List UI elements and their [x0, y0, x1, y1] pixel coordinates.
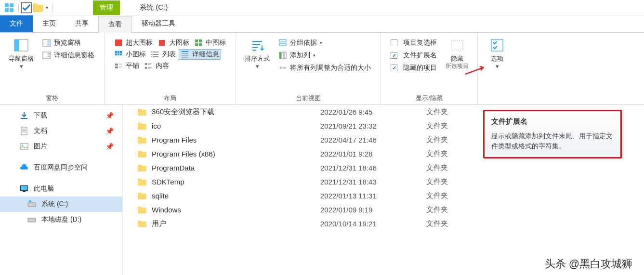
- sort-icon: [250, 38, 265, 53]
- layout-tiles[interactable]: 平铺: [112, 61, 141, 71]
- baidu-cloud-icon: [19, 163, 29, 172]
- qat-folder-icon[interactable]: [32, 2, 44, 13]
- svg-rect-71: [138, 137, 142, 139]
- drive-icon: [27, 199, 37, 209]
- file-name: ProgramData: [152, 164, 320, 172]
- nav-d-drive[interactable]: 本地磁盘 (D:): [0, 212, 122, 227]
- svg-rect-61: [21, 186, 27, 190]
- file-extensions-toggle[interactable]: 文件扩展名: [389, 50, 439, 61]
- separator: [52, 3, 53, 13]
- file-type: 文件夹: [426, 163, 448, 172]
- file-name: 360安全浏览器下载: [152, 107, 320, 117]
- svg-rect-6: [33, 3, 38, 6]
- svg-rect-48: [279, 43, 286, 46]
- svg-rect-1: [10, 3, 13, 7]
- file-date: 2022/01/09 9:19: [320, 206, 426, 214]
- tab-home[interactable]: 主页: [33, 15, 66, 32]
- folder-icon: [137, 150, 147, 158]
- group-label-layout: 布局: [109, 93, 231, 105]
- layout-large[interactable]: 大图标: [156, 38, 191, 48]
- svg-rect-20: [199, 43, 202, 46]
- navigation-pane-button[interactable]: 导航窗格 ▾: [5, 36, 38, 72]
- group-label-panes: 窗格: [5, 93, 99, 105]
- downloads-icon: [19, 111, 29, 120]
- file-row[interactable]: ProgramData2021/12/31 18:46文件夹: [123, 161, 644, 175]
- sort-by-button[interactable]: 排序方式 ▾: [241, 36, 274, 72]
- layout-medium[interactable]: 中图标: [192, 38, 228, 48]
- file-row[interactable]: 用户2020/10/14 19:21文件夹: [123, 217, 644, 231]
- add-columns-button[interactable]: 添加列▾: [276, 50, 373, 61]
- details-pane-button[interactable]: 详细信息窗格: [40, 50, 96, 61]
- titlebar: ▾ 管理 系统 (C:): [0, 0, 644, 15]
- file-type: 文件夹: [426, 135, 448, 144]
- details-icon: [181, 50, 189, 59]
- file-date: 2022/01/13 11:31: [320, 192, 426, 200]
- nav-c-drive[interactable]: 系统 (C:): [0, 196, 122, 212]
- svg-rect-49: [279, 52, 281, 59]
- file-name: sqlite: [152, 192, 320, 200]
- layout-small[interactable]: 小图标: [112, 49, 148, 60]
- file-date: 2022/04/17 21:46: [320, 136, 426, 144]
- size-columns-button[interactable]: 将所有列调整为合适的大小: [276, 63, 373, 73]
- svg-rect-5: [33, 5, 43, 12]
- file-row[interactable]: SDKTemp2021/12/31 18:43文件夹: [123, 175, 644, 189]
- svg-rect-65: [28, 218, 36, 222]
- pin-icon: 📌: [105, 112, 114, 119]
- this-pc-icon: [19, 184, 29, 194]
- svg-rect-58: [20, 144, 28, 149]
- svg-rect-44: [145, 67, 147, 69]
- svg-rect-53: [491, 39, 503, 51]
- nav-documents[interactable]: 文档📌: [0, 123, 122, 139]
- group-by-button[interactable]: 分组依据▾: [276, 38, 373, 48]
- file-date: 2021/12/31 18:43: [320, 178, 426, 186]
- watermark: 头杀 @黑白攻城狮: [545, 257, 632, 271]
- group-label-current-view: 当前视图: [241, 93, 376, 105]
- nav-this-pc[interactable]: 此电脑: [0, 181, 122, 196]
- annotation-arrow: [464, 65, 487, 76]
- file-name: SDKTemp: [152, 178, 320, 186]
- layout-details[interactable]: 详细信息: [179, 49, 221, 60]
- content-icon: [144, 62, 153, 70]
- nav-pictures[interactable]: 图片📌: [0, 139, 122, 154]
- contextual-tab-manage[interactable]: 管理: [93, 0, 120, 15]
- file-name: ico: [152, 122, 320, 130]
- file-row[interactable]: sqlite2022/01/13 11:31文件夹: [123, 189, 644, 203]
- tab-share[interactable]: 共享: [66, 15, 98, 32]
- svg-rect-11: [43, 52, 51, 59]
- layout-content[interactable]: 内容: [142, 61, 171, 71]
- svg-rect-38: [115, 66, 118, 68]
- nav-baidu-sync[interactable]: 百度网盘同步空间: [0, 160, 122, 175]
- svg-rect-22: [118, 51, 119, 53]
- layout-extra-large[interactable]: 超大图标: [112, 38, 155, 48]
- drive-icon: [27, 215, 37, 224]
- ribbon: 导航窗格 ▾ 预览窗格 详细信息窗格 窗格 超大图标 大图标 中图标 小图标 列…: [0, 33, 644, 105]
- tab-file[interactable]: 文件: [0, 15, 33, 32]
- folder-icon: [137, 192, 147, 200]
- checkbox-checked-icon: [391, 65, 397, 71]
- svg-point-32: [151, 56, 152, 57]
- checkbox-unchecked-icon: [391, 39, 397, 46]
- nav-downloads[interactable]: 下载📌: [0, 108, 122, 123]
- svg-rect-16: [159, 40, 165, 46]
- ribbon-group-layout: 超大图标 大图标 中图标 小图标 列表 详细信息 平铺 内容 布局: [105, 33, 236, 105]
- qat-customize-dropdown[interactable]: ▾: [44, 5, 50, 10]
- extra-large-icons-icon: [114, 39, 123, 47]
- file-row[interactable]: Windows2022/01/09 9:19文件夹: [123, 203, 644, 217]
- preview-pane-button[interactable]: 预览窗格: [40, 38, 96, 48]
- file-type: 文件夹: [426, 121, 448, 131]
- tab-drive-tools[interactable]: 驱动器工具: [132, 15, 185, 32]
- layout-list[interactable]: 列表: [149, 49, 178, 60]
- folder-icon: [137, 136, 147, 144]
- folder-icon: [137, 164, 147, 172]
- svg-rect-51: [284, 52, 286, 59]
- ribbon-tabs: 文件 主页 共享 查看 驱动器工具: [0, 15, 644, 33]
- file-name: Windows: [152, 206, 320, 214]
- qat-checkbox-icon[interactable]: [21, 2, 32, 13]
- nav-pane-label: 导航窗格: [9, 55, 34, 63]
- hidden-items-toggle[interactable]: 隐藏的项目: [389, 63, 439, 73]
- file-date: 2021/12/31 18:46: [320, 164, 426, 172]
- large-icons-icon: [158, 39, 166, 47]
- tab-view[interactable]: 查看: [98, 16, 132, 33]
- item-checkboxes-toggle[interactable]: 项目复选框: [389, 38, 439, 48]
- svg-rect-75: [138, 165, 142, 167]
